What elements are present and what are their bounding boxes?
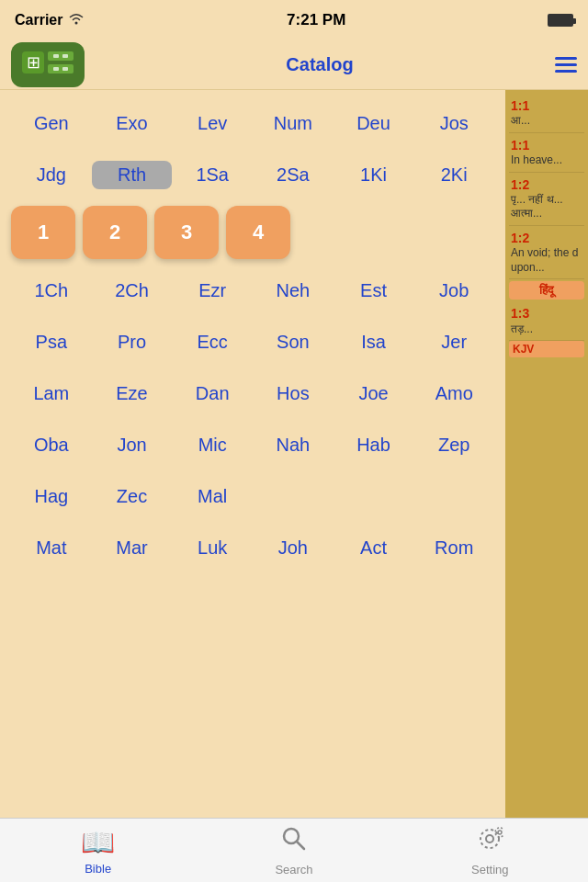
- book-son[interactable]: Son: [253, 328, 334, 356]
- book-jos[interactable]: Jos: [413, 109, 494, 138]
- book-2sa[interactable]: 2Sa: [253, 161, 334, 189]
- verse-text-1: आ...: [511, 114, 582, 129]
- menu-line-3: [555, 70, 577, 73]
- book-lev[interactable]: Lev: [172, 109, 253, 138]
- logo-icon: ⊞: [20, 48, 75, 82]
- chapter-1-button[interactable]: 1: [11, 206, 75, 259]
- book-mat[interactable]: Mat: [11, 534, 92, 562]
- logo-button[interactable]: ⊞: [11, 42, 85, 87]
- svg-line-10: [297, 842, 304, 849]
- menu-line-2: [555, 63, 577, 66]
- book-rom[interactable]: Rom: [413, 534, 494, 562]
- book-mal[interactable]: Mal: [172, 482, 253, 511]
- book-row-5: Lam Eze Dan Hos Joe Amo: [0, 368, 505, 419]
- book-eze[interactable]: Eze: [92, 379, 173, 408]
- svg-rect-6: [62, 54, 68, 58]
- book-dan[interactable]: Dan: [172, 379, 253, 408]
- book-nah[interactable]: Nah: [253, 431, 334, 459]
- book-gen[interactable]: Gen: [11, 109, 92, 138]
- book-hos[interactable]: Hos: [253, 379, 334, 408]
- book-job[interactable]: Job: [413, 277, 494, 305]
- carrier-label: Carrier: [15, 12, 62, 28]
- book-jdg[interactable]: Jdg: [11, 161, 92, 189]
- book-ecc[interactable]: Ecc: [172, 328, 253, 356]
- svg-rect-8: [62, 67, 68, 71]
- status-right: [548, 14, 573, 27]
- book-row-7: Hag Zec Mal: [0, 470, 505, 522]
- book-rth[interactable]: Rth: [92, 161, 173, 189]
- book-row-8: Mat Mar Luk Joh Act Rom: [0, 522, 505, 573]
- book-zep[interactable]: Zep: [413, 431, 494, 459]
- book-zec[interactable]: Zec: [92, 482, 173, 511]
- book-mar[interactable]: Mar: [92, 534, 173, 562]
- book-1ki[interactable]: 1Ki: [334, 161, 414, 189]
- svg-point-13: [498, 831, 502, 834]
- book-amo[interactable]: Amo: [413, 379, 494, 408]
- svg-rect-7: [53, 67, 59, 71]
- tab-bible-label: Bible: [85, 862, 111, 876]
- book-hag[interactable]: Hag: [11, 482, 92, 511]
- book-psa[interactable]: Psa: [11, 328, 92, 356]
- verse-ref-1: 1:1: [511, 97, 582, 114]
- tab-bible[interactable]: 📖 Bible: [0, 826, 196, 876]
- book-deu[interactable]: Deu: [334, 109, 414, 138]
- verse-ref-5: 1:3: [511, 305, 582, 322]
- book-1ch[interactable]: 1Ch: [11, 277, 92, 305]
- book-jon[interactable]: Jon: [92, 431, 173, 459]
- book-2ch[interactable]: 2Ch: [92, 277, 173, 305]
- tab-bar: 📖 Bible Search Setting: [0, 818, 588, 882]
- svg-point-12: [481, 830, 499, 848]
- nav-bar: ⊞ Catalog: [0, 40, 588, 90]
- book-lam[interactable]: Lam: [11, 379, 92, 408]
- book-empty-2: [334, 492, 414, 500]
- book-row-3: 1Ch 2Ch Ezr Neh Est Job: [0, 265, 505, 316]
- settings-icon: [476, 825, 503, 859]
- side-panel: 1:1 आ... 1:1 In heave... 1:2 पृ... नहीं …: [505, 90, 588, 818]
- chapter-2-button[interactable]: 2: [83, 206, 147, 259]
- verse-ref-4: 1:2: [511, 230, 582, 246]
- book-row-1: Gen Exo Lev Num Deu Jos: [0, 97, 505, 149]
- svg-point-11: [486, 835, 493, 842]
- main-content: Gen Exo Lev Num Deu Jos Jdg Rth 1Sa 2Sa …: [0, 90, 588, 818]
- book-row-2: Jdg Rth 1Sa 2Sa 1Ki 2Ki: [0, 149, 505, 200]
- search-icon: [280, 825, 308, 859]
- book-grid: Gen Exo Lev Num Deu Jos Jdg Rth 1Sa 2Sa …: [0, 90, 505, 818]
- book-isa[interactable]: Isa: [334, 328, 414, 356]
- book-ezr[interactable]: Ezr: [172, 277, 253, 305]
- wifi-icon: [68, 12, 85, 28]
- book-empty-3: [413, 492, 494, 500]
- book-act[interactable]: Act: [334, 534, 414, 562]
- verse-text-2: In heave...: [511, 153, 582, 168]
- book-est[interactable]: Est: [334, 277, 414, 305]
- status-bar: Carrier 7:21 PM: [0, 0, 588, 40]
- hindi-badge: हिंदू: [509, 281, 584, 300]
- book-neh[interactable]: Neh: [253, 277, 334, 305]
- verse-text-5: तड़...: [511, 322, 582, 337]
- svg-rect-5: [53, 54, 59, 58]
- book-mic[interactable]: Mic: [172, 431, 253, 459]
- chapter-row: 1 2 3 4: [0, 200, 505, 265]
- menu-line-1: [555, 57, 577, 60]
- verse-text-4: An void; the d upon...: [511, 246, 582, 275]
- book-hab[interactable]: Hab: [334, 431, 414, 459]
- book-oba[interactable]: Oba: [11, 431, 92, 459]
- tab-setting[interactable]: Setting: [392, 825, 588, 876]
- book-num[interactable]: Num: [253, 109, 334, 138]
- catalog-title: Catalog: [286, 54, 353, 75]
- book-luk[interactable]: Luk: [172, 534, 253, 562]
- verse-1-3-hi: 1:3 तड़...: [509, 301, 584, 341]
- chapter-3-button[interactable]: 3: [154, 206, 219, 259]
- menu-button[interactable]: [555, 57, 577, 73]
- bible-icon: 📖: [81, 826, 115, 858]
- book-joh[interactable]: Joh: [253, 534, 334, 562]
- book-exo[interactable]: Exo: [92, 109, 173, 138]
- book-2ki[interactable]: 2Ki: [413, 161, 494, 189]
- svg-text:⊞: ⊞: [27, 53, 40, 72]
- book-pro[interactable]: Pro: [92, 328, 173, 356]
- book-jer[interactable]: Jer: [413, 328, 494, 356]
- chapter-4-button[interactable]: 4: [226, 206, 290, 259]
- tab-search[interactable]: Search: [196, 825, 391, 876]
- battery-icon: [548, 14, 573, 27]
- book-1sa[interactable]: 1Sa: [172, 161, 253, 189]
- book-joe[interactable]: Joe: [334, 379, 414, 408]
